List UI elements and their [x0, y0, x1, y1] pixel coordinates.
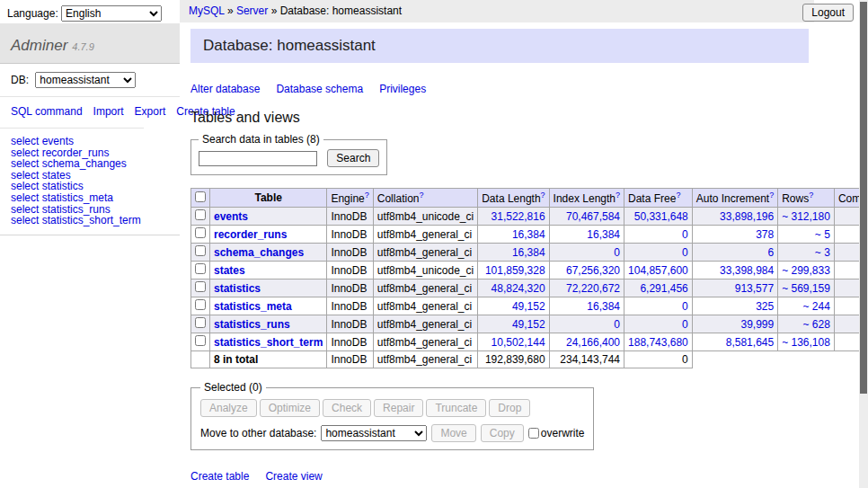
- row-checkbox[interactable]: [195, 263, 206, 274]
- sidebar-import-link[interactable]: Import: [93, 105, 124, 118]
- doc-help-link[interactable]: ?: [769, 191, 774, 200]
- breadcrumb-mysql-link[interactable]: MySQL: [189, 4, 225, 17]
- logout-button[interactable]: Logout: [802, 4, 854, 22]
- auto-increment-value-link[interactable]: 8,581,645: [726, 336, 774, 349]
- data-free-value-link[interactable]: 104,857,600: [628, 264, 688, 277]
- auto-increment-value-link[interactable]: 39,999: [740, 318, 774, 331]
- rows-value-link[interactable]: ~ 628: [803, 318, 830, 331]
- data-free-value-link[interactable]: 0: [682, 318, 688, 331]
- sidebar-export-link[interactable]: Export: [135, 105, 166, 118]
- auto-increment-value-link[interactable]: 6: [767, 246, 774, 259]
- data-length-value-link[interactable]: 31,522,816: [492, 210, 545, 223]
- data-length-value-link[interactable]: 48,824,320: [492, 282, 545, 295]
- index-length-value-link[interactable]: 72,220,672: [566, 282, 620, 295]
- sidebar-select-statistics-short-term-link[interactable]: select statistics_short_term: [11, 214, 141, 226]
- table-link-statistics-runs[interactable]: statistics_runs: [214, 318, 290, 331]
- action-create-table-link[interactable]: Create table: [190, 470, 249, 483]
- doc-help-link[interactable]: ?: [365, 191, 369, 200]
- index-length-value-link[interactable]: 16,384: [587, 300, 620, 313]
- index-length-value-link[interactable]: 67,256,320: [566, 264, 620, 277]
- db-select[interactable]: homeassistant: [35, 72, 136, 88]
- data-length-value-link[interactable]: 16,384: [512, 228, 545, 241]
- move-button[interactable]: Move: [431, 424, 475, 442]
- move-label: Move to other database:: [200, 427, 316, 439]
- data-free-value-link[interactable]: 6,291,456: [640, 282, 687, 295]
- language-select[interactable]: English: [61, 5, 162, 22]
- data-length-value-link[interactable]: 49,152: [512, 300, 545, 313]
- action-privileges-link[interactable]: Privileges: [379, 83, 426, 95]
- table-link-statistics[interactable]: statistics: [214, 282, 261, 295]
- column-header-label: Auto Increment: [696, 192, 769, 205]
- repair-button[interactable]: Repair: [374, 399, 423, 417]
- doc-help-link[interactable]: ?: [541, 191, 545, 200]
- action-create-view-link[interactable]: Create view: [265, 470, 322, 483]
- table-link-statistics-meta[interactable]: statistics_meta: [214, 300, 292, 313]
- data-free-value-link[interactable]: 0: [682, 300, 688, 313]
- engine-cell: InnoDB: [327, 226, 373, 244]
- analyze-button[interactable]: Analyze: [200, 399, 257, 417]
- rows-value-link[interactable]: ~ 244: [803, 300, 830, 313]
- index-length-value-link[interactable]: 0: [614, 246, 620, 259]
- data-length-value-link[interactable]: 16,384: [512, 246, 545, 259]
- truncate-button[interactable]: Truncate: [426, 399, 486, 417]
- rows-value-link[interactable]: ~ 569,159: [782, 282, 830, 295]
- data-free-value-link[interactable]: 188,743,680: [628, 336, 688, 349]
- doc-help-link[interactable]: ?: [676, 191, 680, 200]
- row-checkbox[interactable]: [195, 335, 206, 346]
- drop-button[interactable]: Drop: [489, 399, 530, 417]
- copy-button[interactable]: Copy: [481, 424, 524, 442]
- rows-value-link[interactable]: ~ 136,108: [782, 336, 830, 349]
- table-link-events[interactable]: events: [214, 210, 248, 223]
- index-length-value-link[interactable]: 16,384: [587, 228, 620, 241]
- data-free-value-link[interactable]: 50,331,648: [634, 210, 688, 223]
- sidebar-sql-command-link[interactable]: SQL command: [11, 105, 83, 118]
- table-link-recorder-runs[interactable]: recorder_runs: [214, 228, 287, 241]
- auto-increment-cell: 6: [692, 244, 777, 262]
- adminer-logo[interactable]: Adminer: [11, 37, 67, 54]
- rows-cell: ~ 628: [778, 315, 835, 333]
- search-button[interactable]: Search: [327, 149, 379, 167]
- overwrite-checkbox[interactable]: [528, 428, 539, 439]
- table-link-states[interactable]: states: [214, 264, 245, 277]
- auto-increment-value-link[interactable]: 325: [756, 300, 774, 313]
- check-button[interactable]: Check: [323, 399, 371, 417]
- rows-value-link[interactable]: ~ 312,180: [782, 210, 830, 223]
- table-link-schema-changes[interactable]: schema_changes: [214, 246, 304, 259]
- rows-value-link[interactable]: ~ 5: [815, 228, 830, 241]
- index-length-value-link[interactable]: 70,467,584: [566, 210, 620, 223]
- doc-help-link[interactable]: ?: [616, 191, 620, 200]
- auto-increment-value-link[interactable]: 378: [756, 228, 774, 241]
- move-db-select[interactable]: homeassistant: [321, 425, 427, 441]
- action-alter-database-link[interactable]: Alter database: [190, 83, 260, 95]
- row-checkbox[interactable]: [195, 209, 206, 220]
- table-link-statistics-short-term[interactable]: statistics_short_term: [214, 336, 323, 349]
- index-length-value-link[interactable]: 24,166,400: [566, 336, 620, 349]
- data-length-value-link[interactable]: 49,152: [512, 318, 545, 331]
- scrollbar-thumb[interactable]: [860, 2, 867, 394]
- collation-cell: utf8mb4_general_ci: [373, 244, 477, 262]
- breadcrumb-server-link[interactable]: Server: [236, 4, 268, 17]
- rows-value-link[interactable]: ~ 3: [815, 246, 830, 259]
- column-header-data-free: Data Free?: [624, 189, 693, 208]
- auto-increment-value-link[interactable]: 33,898,196: [720, 210, 774, 223]
- index-length-value-link[interactable]: 0: [614, 318, 620, 331]
- action-database-schema-link[interactable]: Database schema: [276, 83, 363, 95]
- row-checkbox[interactable]: [195, 317, 206, 328]
- data-length-value-link[interactable]: 101,859,328: [485, 264, 545, 277]
- row-checkbox[interactable]: [195, 227, 206, 238]
- row-checkbox[interactable]: [195, 299, 206, 310]
- doc-help-link[interactable]: ?: [809, 191, 813, 200]
- row-checkbox[interactable]: [195, 245, 206, 256]
- auto-increment-value-link[interactable]: 913,577: [735, 282, 774, 295]
- vertical-scrollbar[interactable]: [859, 0, 868, 488]
- search-input[interactable]: [199, 151, 317, 166]
- auto-increment-value-link[interactable]: 33,398,984: [720, 264, 774, 277]
- doc-help-link[interactable]: ?: [419, 191, 423, 200]
- rows-value-link[interactable]: ~ 299,833: [782, 264, 830, 277]
- check-all-checkbox[interactable]: [195, 191, 206, 202]
- row-checkbox[interactable]: [195, 281, 206, 292]
- data-free-value-link[interactable]: 0: [682, 246, 688, 259]
- data-free-value-link[interactable]: 0: [682, 228, 688, 241]
- optimize-button[interactable]: Optimize: [260, 399, 320, 417]
- data-length-value-link[interactable]: 10,502,144: [492, 336, 545, 349]
